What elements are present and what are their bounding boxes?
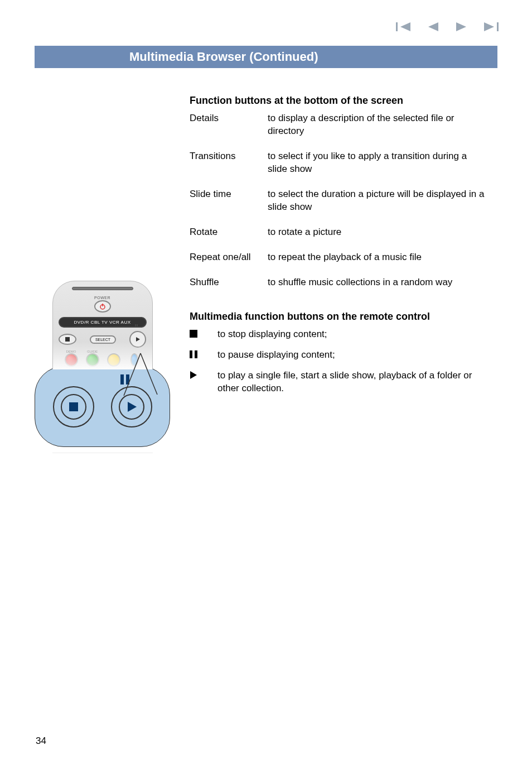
nav-next-icon[interactable] — [455, 21, 467, 32]
svg-rect-12 — [65, 337, 70, 342]
section-title-bar: Multimedia Browser (Continued) — [35, 46, 497, 68]
multimedia-functions-heading: Multimedia function buttons on the remot… — [190, 311, 487, 323]
callout-tail-line — [107, 351, 163, 401]
fb-desc: to repeat the playback of a music file — [268, 251, 487, 264]
stop-icon — [190, 328, 217, 338]
fb-row-rotate: Rotate to rotate a picture — [190, 226, 487, 239]
red-button — [65, 353, 78, 367]
remote-select-button: SELECT — [90, 335, 116, 344]
fb-label: Shuffle — [190, 276, 268, 289]
svg-marker-17 — [128, 402, 137, 412]
svg-marker-1 — [400, 22, 410, 31]
callout-stop-button — [53, 386, 94, 427]
mf-row-play: to play a single file, start a slide sho… — [190, 369, 487, 395]
mf-desc: to play a single file, start a slide sho… — [217, 369, 487, 395]
svg-rect-16 — [69, 402, 78, 411]
mf-row-pause: to pause displaying content; — [190, 349, 487, 362]
fb-row-details: Details to display a description of the … — [190, 112, 487, 138]
mf-row-stop: to stop displaying content; — [190, 328, 487, 341]
svg-line-14 — [124, 353, 141, 396]
mf-desc: to pause displaying content; — [217, 349, 487, 362]
power-label: POWER — [59, 296, 147, 300]
function-buttons-heading: Function buttons at the bottom of the sc… — [190, 95, 487, 107]
fb-label: Details — [190, 112, 268, 138]
svg-rect-0 — [396, 22, 398, 31]
svg-marker-9 — [190, 371, 197, 379]
nav-prev-icon[interactable] — [427, 21, 439, 32]
svg-marker-13 — [136, 337, 140, 342]
svg-line-15 — [141, 353, 157, 395]
section-title: Multimedia Browser (Continued) — [129, 50, 318, 64]
remote-play-pause-group — [129, 331, 146, 348]
fb-row-repeat: Repeat one/all to repeat the playback of… — [190, 251, 487, 264]
svg-marker-4 — [484, 22, 494, 31]
power-button — [94, 300, 111, 313]
remote-control-row: SELECT — [59, 331, 147, 348]
remote-illustration: POWER DVD/R CBL TV VCR AUX SELECT — [35, 281, 170, 464]
mode-selector: DVD/R CBL TV VCR AUX — [59, 317, 147, 328]
multimedia-functions-section: Multimedia function buttons on the remot… — [190, 311, 487, 395]
mf-desc: to stop displaying content; — [217, 328, 487, 341]
fb-desc: to rotate a picture — [268, 226, 487, 239]
fb-label: Repeat one/all — [190, 251, 268, 264]
svg-rect-8 — [195, 350, 197, 358]
remote-play-button — [129, 331, 146, 348]
remote-power-area: POWER — [59, 296, 147, 313]
svg-marker-2 — [428, 22, 438, 31]
svg-marker-3 — [456, 22, 466, 31]
pause-icon — [190, 349, 217, 358]
fb-label: Rotate — [190, 226, 268, 239]
green-button — [86, 353, 99, 367]
fb-desc: to select the duration a picture will be… — [268, 188, 487, 214]
page-number: 34 — [36, 736, 46, 747]
remote-bottom-fade — [52, 453, 153, 464]
fb-desc: to shuffle music collections in a random… — [268, 276, 487, 289]
svg-rect-7 — [190, 350, 192, 358]
remote-ir-window — [72, 287, 133, 290]
svg-rect-6 — [190, 330, 197, 338]
fb-row-shuffle: Shuffle to shuffle music collections in … — [190, 276, 487, 289]
fb-row-slide-time: Slide time to select the duration a pict… — [190, 188, 487, 214]
nav-last-icon[interactable] — [483, 21, 499, 32]
remote-stop-button — [59, 334, 76, 345]
fb-row-transitions: Transitions to select if you like to app… — [190, 150, 487, 176]
main-content: Function buttons at the bottom of the sc… — [190, 95, 487, 403]
play-icon — [190, 369, 217, 379]
fb-label: Slide time — [190, 188, 268, 214]
page-nav — [396, 21, 499, 32]
svg-rect-5 — [497, 22, 499, 31]
nav-first-icon[interactable] — [396, 21, 412, 32]
fb-desc: to select if you like to apply a transit… — [268, 150, 487, 176]
fb-label: Transitions — [190, 150, 268, 176]
fb-desc: to display a description of the selected… — [268, 112, 487, 138]
